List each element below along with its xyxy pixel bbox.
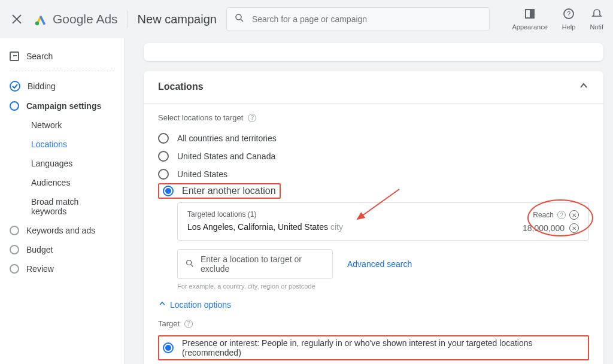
locations-card: Locations Select locations to target ? A… [144,71,603,364]
sidebar-item-label: Bidding [28,81,56,91]
sidebar-item-label: Search [26,51,53,61]
location-prompt: Select locations to target [158,113,243,122]
step-icon [10,245,19,254]
search-icon [234,13,245,26]
location-example-text: For example, a country, city, region or … [177,283,589,290]
radio-label[interactable]: Enter another location [182,186,276,196]
notif-label: Notif [590,23,603,31]
step-icon [10,264,19,274]
radio-selected-icon [163,342,174,353]
help-button[interactable]: ? Help [562,8,576,31]
appearance-icon [524,8,535,22]
targeted-location-type: city [330,222,343,232]
search-icon [185,259,195,270]
sidebar-item-campaign-settings[interactable]: Campaign settings [10,96,114,116]
sidebar-item-budget[interactable]: Budget [10,240,114,259]
product-name: Google Ads [53,12,118,26]
sidebar-sub-network[interactable]: Network [10,116,114,135]
appearance-label: Appearance [512,23,547,31]
prev-card-placeholder [144,43,603,61]
top-header: Google Ads New campaign Appearance ? Hel… [0,0,613,38]
sidebar-sub-audiences[interactable]: Audiences [10,173,114,192]
radio-selected-icon[interactable] [163,186,174,196]
step-active-icon [10,101,19,111]
remove-column-icon[interactable]: ✕ [569,210,579,220]
page-title: New campaign [138,13,217,26]
card-header-locations[interactable]: Locations [144,71,603,104]
radio-presence[interactable]: Presence: People in or regularly in your… [158,360,589,364]
google-ads-logo-icon [34,12,48,26]
checkmark-icon [10,81,20,92]
notifications-button[interactable]: Notif [590,8,603,31]
radio-icon [158,133,169,144]
svg-line-12 [191,265,193,266]
bell-icon [591,8,602,22]
radio-us-canada[interactable]: United States and Canada [158,147,589,165]
targeted-locations-box: Targeted locations (1) Los Angeles, Cali… [177,202,589,241]
close-icon[interactable] [10,12,24,26]
top-search-input[interactable] [252,14,482,24]
targeted-header: Targeted locations (1) [187,210,523,219]
radio-label: All countries and territories [177,134,277,143]
radio-label: United States [177,169,227,179]
reach-label: Reach [533,211,554,219]
card-title: Locations [158,81,204,92]
svg-point-2 [35,22,39,25]
radio-all-countries[interactable]: All countries and territories [158,129,589,147]
step-icon [10,226,19,235]
appearance-button[interactable]: Appearance [512,8,547,31]
annotation-highlight: Presence or interest: People in, regular… [158,335,589,360]
svg-text:?: ? [567,10,570,17]
sidebar-item-review[interactable]: Review [10,259,114,278]
sidebar-item-label: Budget [26,245,53,254]
svg-line-4 [241,19,243,22]
chevron-up-icon [578,80,589,93]
top-search[interactable] [226,7,490,31]
help-label: Help [562,23,576,31]
help-icon: ? [563,8,574,22]
content-area: Locations Select locations to target ? A… [125,38,613,364]
targeted-location-name: Los Angeles, California, United States [187,222,328,232]
advanced-search-link[interactable]: Advanced search [347,259,412,269]
location-options-label: Location options [170,300,231,310]
radio-label: Presence or interest: People in, regular… [182,338,584,357]
help-icon[interactable]: ? [557,211,566,219]
svg-point-9 [10,81,20,91]
sidebar-item-label: Keywords and ads [26,226,95,235]
target-label: Target [158,319,180,328]
divider [128,10,128,28]
location-search-placeholder: Enter a location to target or exclude [201,254,325,274]
help-icon[interactable]: ? [248,114,256,122]
svg-rect-6 [530,10,534,18]
radio-icon [158,151,169,162]
sidebar-item-keywords-ads[interactable]: Keywords and ads [10,221,114,240]
radio-us[interactable]: United States [158,165,589,183]
svg-point-11 [187,260,192,265]
sidebar-item-search[interactable]: Search [10,47,114,66]
logo-area: Google Ads [34,12,118,26]
sidebar-item-bidding[interactable]: Bidding [10,76,114,96]
radio-label: United States and Canada [177,151,275,161]
annotation-highlight: Enter another location [158,183,281,199]
remove-location-icon[interactable]: ✕ [569,223,579,233]
location-options-toggle[interactable]: Location options [158,299,589,310]
svg-point-3 [236,14,241,20]
location-search-input[interactable]: Enter a location to target or exclude [177,249,333,279]
help-icon[interactable]: ? [184,320,193,328]
sidebar-item-label: Review [26,264,54,274]
sidebar-sub-languages[interactable]: Languages [10,154,114,173]
reach-value: 18,000,000 [523,223,565,233]
sidebar-sub-broad-match[interactable]: Broad match keywords [10,192,114,221]
radio-presence-interest[interactable]: Presence or interest: People in, regular… [163,338,584,357]
sidebar-sub-locations[interactable]: Locations [10,135,114,154]
sidebar-item-label: Campaign settings [26,101,101,111]
chevron-up-icon [158,299,166,310]
sidebar: Search Bidding Campaign settings Network… [0,38,125,364]
search-step-icon [10,51,19,61]
radio-icon [158,169,169,180]
